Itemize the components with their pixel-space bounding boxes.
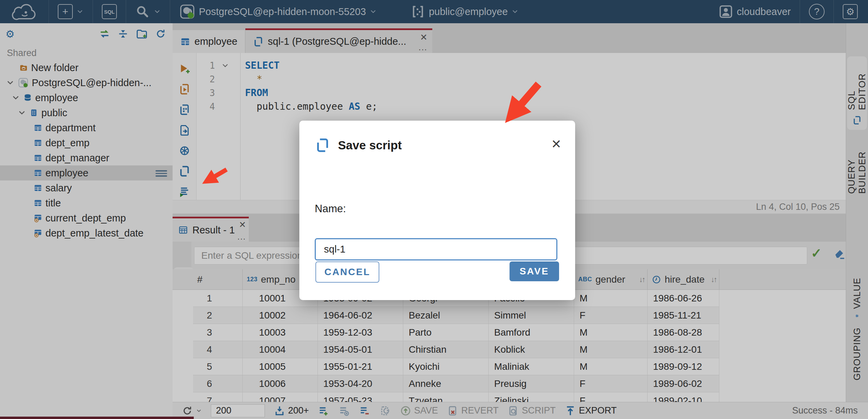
- script-icon: [315, 137, 330, 153]
- save-button[interactable]: SAVE: [510, 261, 559, 281]
- name-label: Name:: [315, 203, 346, 215]
- script-name-input[interactable]: [315, 238, 557, 260]
- save-script-dialog: Save script ✕ Name: CANCEL SAVE: [299, 121, 575, 300]
- cancel-button[interactable]: CANCEL: [315, 261, 379, 283]
- close-icon[interactable]: ✕: [551, 137, 561, 151]
- dialog-header: Save script ✕: [315, 135, 561, 156]
- cloudbeaver-app: + SQL PostgreSQL@ep-hidden-moon-55203 pu…: [0, 0, 868, 419]
- dialog-title: Save script: [338, 138, 402, 152]
